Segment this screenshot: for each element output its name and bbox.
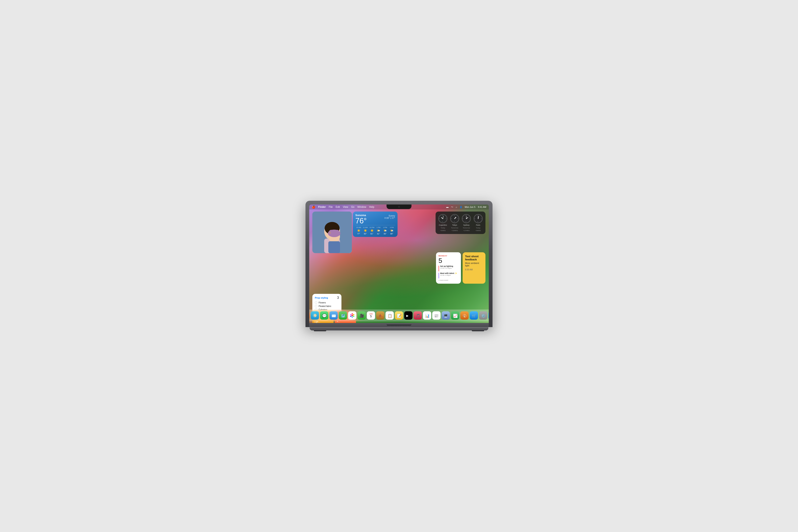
weather-hour-1: 11 AM ☀️ 80° — [362, 227, 369, 235]
cal-notes-container: MONDAY 5 Set up lighting 12:00–12:30pm — [436, 252, 486, 284]
reminder-circle-1 — [315, 301, 317, 304]
edit-menu[interactable]: Edit — [336, 206, 340, 208]
svg-text:🍂: 🍂 — [378, 314, 383, 318]
reminders-count: 3 — [337, 296, 339, 300]
clock-city-offset-cupertino: +0HRS — [440, 230, 445, 231]
svg-point-57 — [352, 317, 353, 318]
file-menu[interactable]: File — [329, 206, 333, 208]
dock-notes[interactable]: 📝 — [395, 311, 403, 320]
clock-sydney: 12 3 6 9 Sydney Tomorrow — [461, 214, 471, 231]
cal-day-label: MONDAY — [438, 255, 458, 257]
clock-city-info-sydney: Tomorrow — [463, 227, 470, 229]
dock-news[interactable]: 📰 — [432, 311, 440, 320]
time-display: 9:41 AM — [478, 206, 486, 208]
clock-tokyo: 12 3 6 9 Tokyo Tomorrow — [450, 214, 460, 231]
cal-more-events: 1 more event — [438, 279, 458, 281]
cal-event-bar-1 — [438, 266, 439, 271]
calendar-widget: MONDAY 5 Set up lighting 12:00–12:30pm — [436, 252, 461, 284]
svg-text:6: 6 — [442, 221, 443, 222]
weather-forecast: 10 AM ☀️ 77° 11 AM ☀️ 80° 12 PM ☀️ 8 — [355, 225, 395, 235]
search-icon[interactable]: ⌕ — [456, 206, 457, 208]
clock-city-offset-paris: +9HRS — [475, 230, 481, 231]
svg-point-54 — [352, 313, 353, 315]
svg-text:12: 12 — [454, 215, 455, 216]
dock-numbers[interactable]: 📈 — [451, 311, 459, 320]
svg-text:🛒: 🛒 — [472, 314, 476, 318]
weather-hour-0: 10 AM ☀️ 77° — [355, 227, 362, 235]
window-menu[interactable]: Window — [358, 206, 366, 208]
dock-calendar[interactable]: JUN5 — [367, 311, 375, 320]
clock-city-offset-tokyo: +16HRS — [452, 230, 458, 231]
svg-point-53 — [352, 315, 353, 316]
dock-migration[interactable]: 🖥️ — [442, 311, 450, 320]
dock-music[interactable]: 🎵 — [414, 311, 422, 320]
reminder-label-1: Flowers — [319, 302, 326, 304]
svg-text:6: 6 — [466, 221, 466, 222]
svg-text:3: 3 — [445, 218, 446, 219]
menu-bar-left: 🍎 Finder File Edit View Go Window Help — [312, 205, 374, 209]
weather-hour-5: 3 PM 🌤️ 88° — [388, 227, 395, 235]
svg-text:9: 9 — [462, 218, 463, 219]
svg-text:6: 6 — [454, 221, 455, 222]
clock-city-offset-sydney: +17HRS — [463, 230, 470, 231]
dock-photos[interactable] — [348, 311, 356, 320]
dock-maps[interactable]: 🗺️ — [339, 311, 347, 320]
dock-messages[interactable]: 💬 — [320, 311, 328, 320]
clock-face-paris: 12 3 6 9 — [474, 214, 483, 223]
svg-text:9: 9 — [474, 218, 475, 219]
cal-event-1: Set up lighting 12:00–12:30pm — [438, 265, 458, 271]
clock-face-sydney: 12 3 6 9 — [462, 214, 471, 223]
reminder-circle-2 — [315, 305, 317, 307]
photo-widget: 😊 — [312, 212, 352, 253]
dock-reminders[interactable]: 📋 — [385, 311, 394, 320]
clock-city-name-paris: Paris — [476, 224, 480, 226]
dock-appletv[interactable]: ▶ — [404, 311, 413, 320]
dock-launchpad[interactable]: ⊞ — [309, 311, 310, 320]
finder-menu[interactable]: Finder — [318, 206, 326, 208]
svg-text:9: 9 — [439, 218, 440, 219]
svg-text:3: 3 — [457, 218, 458, 219]
dock-keynote[interactable]: 🎨 — [460, 311, 469, 320]
cal-date-number: 5 — [438, 257, 458, 264]
svg-text:🎵: 🎵 — [416, 314, 420, 318]
dock-accessibility[interactable]: ♿ — [488, 311, 489, 320]
svg-text:🖥️: 🖥️ — [444, 314, 448, 318]
dock-safari[interactable]: 🧭 — [311, 311, 319, 320]
svg-point-16 — [442, 218, 443, 219]
svg-rect-5 — [328, 241, 340, 253]
widgets-top-right: 12 3 6 9 — [436, 212, 486, 234]
svg-text:📊: 📊 — [425, 314, 430, 318]
notch — [386, 205, 412, 209]
reminders-title: Prop styling — [315, 297, 328, 299]
go-menu[interactable]: Go — [351, 206, 355, 208]
dock-mail[interactable]: ✉️ — [329, 311, 338, 320]
weather-hour-2: 12 PM ☀️ 81° — [369, 227, 375, 235]
dock-appstore[interactable]: 🛒 — [470, 311, 478, 320]
clock-face-tokyo: 12 3 6 9 — [450, 214, 459, 223]
clock-paris: 12 3 6 9 Paris Today — [473, 214, 483, 231]
macbook-bottom — [309, 323, 489, 327]
dock-freeform[interactable]: 📊 — [423, 311, 431, 320]
battery-icon[interactable]: ▬ — [446, 206, 449, 208]
screen: 🍎 Finder File Edit View Go Window Help ▬… — [309, 205, 489, 323]
svg-text:6: 6 — [478, 221, 478, 222]
photo-placeholder: 😊 — [312, 212, 352, 253]
help-menu[interactable]: Help — [369, 206, 374, 208]
apple-menu[interactable]: 🍎 — [312, 205, 315, 209]
dock-cookie[interactable]: 🍂 — [376, 311, 384, 320]
dock-facetime[interactable]: 🎥 — [358, 311, 366, 320]
screen-icon[interactable]: 👤 — [460, 206, 462, 208]
svg-text:9: 9 — [451, 218, 452, 219]
menu-bar-right: ▬ 〜 ⌕ 👤 Mon Jun 5 9:41 AM — [446, 206, 486, 209]
view-menu[interactable]: View — [343, 206, 348, 208]
cal-event-2: Meet with talent ✨ 12:30–1:00pm — [438, 272, 458, 279]
weather-condition: Sunny — [384, 214, 395, 217]
svg-point-58 — [350, 316, 352, 317]
svg-point-40 — [478, 218, 479, 219]
dock-sysprefs[interactable]: ⚙️ — [479, 311, 487, 320]
wifi-icon[interactable]: 〜 — [451, 206, 453, 209]
svg-point-56 — [353, 316, 354, 317]
weather-temp: 76° — [355, 217, 366, 225]
svg-text:📰: 📰 — [434, 314, 439, 318]
macbook-hinge — [386, 324, 412, 326]
